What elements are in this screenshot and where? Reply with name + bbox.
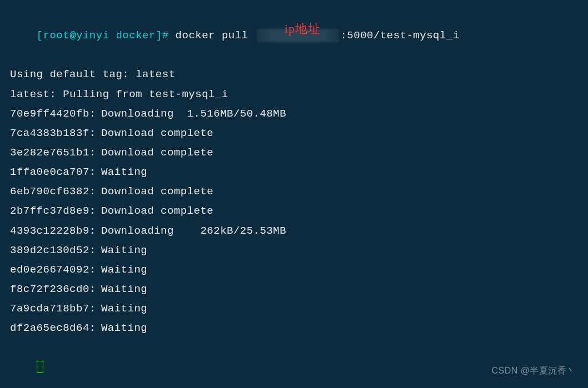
layer-row: 389d2c130d52: Waiting — [10, 241, 578, 260]
layer-row: 2b7ffc37d8e9: Download complete — [10, 201, 578, 221]
layer-hash: df2a65ec8d64: — [10, 319, 94, 338]
layer-row: 6eb790cf6382: Download complete — [10, 182, 578, 201]
layer-row: f8c72f236cd0: Waiting — [10, 280, 578, 299]
layer-status: Download complete — [94, 201, 213, 221]
layer-row: 1ffa0e0ca707: Waiting — [10, 163, 578, 182]
prompt-symbol: # — [162, 29, 169, 42]
layer-row: df2a65ec8d64: Waiting — [10, 319, 578, 338]
layer-hash: 7a9cda718bb7: — [10, 299, 94, 319]
command-suffix: :5000/test-mysql_i — [340, 29, 459, 42]
cursor-icon — [37, 361, 43, 373]
layer-status: Download complete — [94, 124, 213, 143]
annotation-ip-label: ip地址 — [285, 18, 321, 41]
layer-row: ed0e26674092: Waiting — [10, 260, 578, 280]
prompt-bracket-close: ] — [156, 29, 162, 42]
prompt-user: root — [43, 29, 70, 42]
prompt-cwd: docker — [116, 29, 155, 42]
layer-row: 7ca4383b183f: Download complete — [10, 124, 578, 143]
prompt-bracket-open: [ — [37, 29, 43, 42]
layer-status: Waiting — [94, 280, 147, 299]
layer-row: 3e282e7651b1: Download complete — [10, 143, 578, 163]
layer-status: Waiting — [94, 260, 147, 280]
layer-status: Waiting — [94, 299, 147, 319]
layer-status: Download complete — [94, 143, 213, 163]
layer-row: 70e9ff4420fb: Downloading 1.516MB/50.48M… — [10, 104, 578, 124]
layer-hash: f8c72f236cd0: — [10, 280, 94, 299]
layer-status: Waiting — [94, 163, 147, 182]
layer-hash: 7ca4383b183f: — [10, 124, 94, 143]
layer-status: Waiting — [94, 241, 147, 260]
layers-list: 70e9ff4420fb: Downloading 1.516MB/50.48M… — [10, 104, 578, 339]
layer-hash: 6eb790cf6382: — [10, 182, 94, 201]
command-prefix: docker pull — [176, 29, 255, 42]
layer-status: Download complete — [94, 182, 213, 201]
layer-hash: 389d2c130d52: — [10, 241, 94, 260]
prompt-host: yinyi — [76, 29, 109, 42]
layer-status: Downloading 262kB/25.53MB — [94, 221, 286, 241]
terminal-window[interactable]: [root@yinyi docker]# docker pull :5000/t… — [10, 7, 578, 388]
layer-hash: ed0e26674092: — [10, 260, 94, 280]
layer-hash: 4393c12228b9: — [10, 221, 94, 241]
layer-hash: 2b7ffc37d8e9: — [10, 201, 94, 221]
watermark: CSDN @半夏沉香丶 — [491, 362, 576, 379]
layer-hash: 3e282e7651b1: — [10, 143, 94, 163]
layer-hash: 1ffa0e0ca707: — [10, 163, 94, 182]
output-default-tag: Using default tag: latest — [10, 65, 578, 84]
layer-row: 4393c12228b9: Downloading 262kB/25.53MB — [10, 221, 578, 241]
layer-hash: 70e9ff4420fb: — [10, 104, 94, 124]
prompt-at: @ — [69, 29, 76, 42]
output-pulling-from: latest: Pulling from test-mysql_i — [10, 85, 578, 104]
layer-row: 7a9cda718bb7: Waiting — [10, 299, 578, 319]
layer-status: Downloading 1.516MB/50.48MB — [94, 104, 286, 124]
layer-status: Waiting — [94, 319, 147, 338]
